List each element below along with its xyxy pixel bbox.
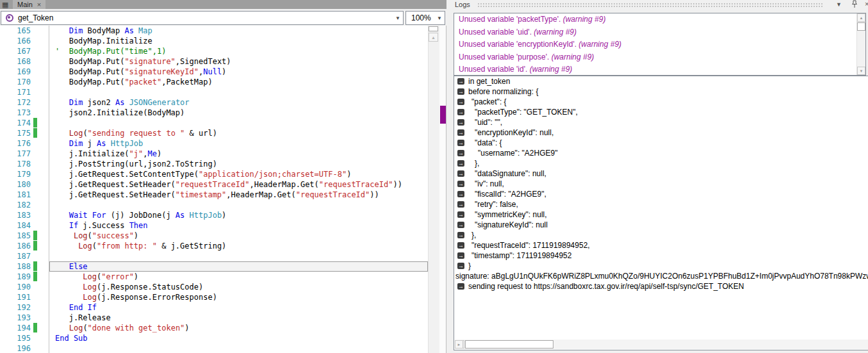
line-number[interactable]: 173: [0, 108, 32, 118]
line-number[interactable]: 174: [0, 118, 32, 128]
warning-item[interactable]: Unused variable 'packetType'. (warning #…: [454, 13, 865, 26]
line-number[interactable]: 172: [0, 97, 32, 108]
line-number[interactable]: 168: [0, 56, 32, 67]
line-number[interactable]: 184: [0, 220, 32, 231]
warning-item[interactable]: Unused variable 'uid'. (warning #9): [454, 26, 865, 39]
line-number[interactable]: 188: [0, 261, 32, 272]
modules-icon[interactable]: ▦: [2, 1, 11, 8]
line-number[interactable]: 185: [0, 231, 32, 241]
code-text[interactable]: [49, 118, 428, 128]
code-line[interactable]: 167' BodyMap.Put("time",1): [0, 46, 428, 56]
log-line[interactable]: →"iv": null,: [454, 179, 868, 189]
code-line[interactable]: 172 Dim json2 As JSONGenerator: [0, 97, 428, 108]
warning-item[interactable]: Unused variable 'encryptionKeyId'. (warn…: [454, 38, 865, 51]
code-line[interactable]: 193 j.Release: [0, 313, 428, 323]
code-text[interactable]: j.GetRequest.SetHeader("timestamp",Heade…: [49, 190, 428, 200]
line-number[interactable]: 195: [0, 333, 32, 343]
warnings-scrollbar-thumb[interactable]: [857, 22, 865, 31]
code-text[interactable]: Log("sending request to " & url): [49, 128, 428, 138]
line-number[interactable]: 175: [0, 128, 32, 138]
code-text[interactable]: Else: [49, 261, 428, 272]
tab-main[interactable]: Main ×: [13, 0, 45, 9]
line-number[interactable]: 189: [0, 272, 32, 282]
editor-split-gripper[interactable]: [429, 26, 438, 31]
log-line[interactable]: →"symmetricKey": null,: [454, 209, 868, 220]
code-text[interactable]: If j.Success Then: [49, 220, 428, 231]
code-line[interactable]: 196: [0, 343, 428, 353]
line-number[interactable]: 179: [0, 169, 32, 179]
line-number[interactable]: 190: [0, 282, 32, 292]
code-text[interactable]: Log("error"): [49, 272, 428, 282]
line-number[interactable]: 194: [0, 323, 32, 333]
scroll-up-icon[interactable]: ▲: [857, 13, 865, 22]
code-line[interactable]: 180 j.GetRequest.SetHeader("requestTrace…: [0, 179, 428, 190]
log-line[interactable]: →"retry": false,: [454, 199, 868, 209]
line-number[interactable]: 180: [0, 179, 32, 190]
code-editor[interactable]: 165 Dim BodyMap As Map166 BodyMap.Initia…: [0, 26, 428, 353]
code-text[interactable]: ' BodyMap.Put("time",1): [49, 46, 428, 56]
code-text[interactable]: End If: [49, 302, 428, 313]
code-line[interactable]: 189 Log("error"): [0, 272, 428, 282]
code-text[interactable]: Log("success"): [49, 231, 428, 241]
code-line[interactable]: 174: [0, 118, 428, 128]
code-line[interactable]: 186 Log("from http: " & j.GetString): [0, 241, 428, 251]
scroll-up-icon[interactable]: ▲: [429, 33, 438, 42]
scroll-right-icon[interactable]: ►: [455, 340, 463, 349]
chevron-down-icon[interactable]: ▼: [395, 15, 400, 21]
log-line[interactable]: →"uid": "",: [454, 117, 868, 127]
logs-panel-header[interactable]: Logs ▼ ×: [446, 0, 868, 11]
code-text[interactable]: j.Release: [49, 313, 428, 323]
sub-selector-combobox[interactable]: get_Token ▼: [1, 11, 404, 25]
line-number[interactable]: 187: [0, 251, 32, 261]
panel-drag-texture[interactable]: [477, 3, 823, 8]
code-text[interactable]: BodyMap.Put("packet",PacketMap): [49, 77, 428, 87]
log-line[interactable]: →"signatureKeyId": null: [454, 220, 868, 230]
chevron-down-icon[interactable]: ▼: [437, 15, 442, 21]
line-number[interactable]: 193: [0, 313, 32, 323]
log-line[interactable]: →"packet": {: [454, 97, 868, 107]
line-number[interactable]: 170: [0, 77, 32, 87]
code-line[interactable]: 182: [0, 200, 428, 210]
line-number[interactable]: 181: [0, 190, 32, 200]
tab-close-icon[interactable]: ×: [37, 1, 41, 8]
code-text[interactable]: Log("done with get_token"): [49, 323, 428, 333]
line-number[interactable]: 196: [0, 343, 32, 353]
code-text[interactable]: Dim BodyMap As Map: [49, 26, 428, 36]
line-number[interactable]: 192: [0, 302, 32, 313]
close-icon[interactable]: ×: [865, 0, 868, 8]
code-text[interactable]: json2.Initialize(BodyMap): [49, 108, 428, 118]
log-line[interactable]: →before normalizing: {: [454, 86, 868, 97]
line-number[interactable]: 177: [0, 149, 32, 159]
code-text[interactable]: [49, 343, 428, 353]
code-line[interactable]: 191 Log(j.Response.ErrorResponse): [0, 292, 428, 302]
line-number[interactable]: 186: [0, 241, 32, 251]
code-line[interactable]: 185 Log("success"): [0, 231, 428, 241]
code-line[interactable]: 170 BodyMap.Put("packet",PacketMap): [0, 77, 428, 87]
logs-scrollbar-thumb[interactable]: [465, 340, 553, 349]
line-number[interactable]: 191: [0, 292, 32, 302]
code-text[interactable]: Log(j.Response.ErrorResponse): [49, 292, 428, 302]
log-line[interactable]: →},: [454, 230, 868, 240]
code-line[interactable]: 187: [0, 251, 428, 261]
line-number[interactable]: 182: [0, 200, 32, 210]
code-text[interactable]: [49, 251, 428, 261]
code-text[interactable]: BodyMap.Initialize: [49, 36, 428, 46]
code-line[interactable]: 195End Sub: [0, 333, 428, 343]
log-line[interactable]: →"dataSignature": null,: [454, 168, 868, 179]
code-line[interactable]: 176 Dim j As HttpJob: [0, 138, 428, 149]
log-output-box[interactable]: →in get_token→before normalizing: {→"pac…: [454, 76, 868, 350]
pin-icon[interactable]: [851, 0, 858, 10]
code-text[interactable]: End Sub: [49, 333, 428, 343]
code-line[interactable]: 165 Dim BodyMap As Map: [0, 26, 428, 36]
code-line[interactable]: 179 j.GetRequest.SetContentType("applica…: [0, 169, 428, 179]
code-text[interactable]: Log(j.Response.StatusCode): [49, 282, 428, 292]
code-line[interactable]: 166 BodyMap.Initialize: [0, 36, 428, 46]
code-line[interactable]: 192 End If: [0, 302, 428, 313]
code-line[interactable]: 194 Log("done with get_token"): [0, 323, 428, 333]
code-text[interactable]: [49, 200, 428, 210]
code-line[interactable]: 175 Log("sending request to " & url): [0, 128, 428, 138]
code-text[interactable]: [49, 87, 428, 97]
code-line[interactable]: 190 Log(j.Response.StatusCode): [0, 282, 428, 292]
warning-item[interactable]: Unused variable 'id'. (warning #9): [454, 63, 865, 76]
log-line[interactable]: →"encryptionKeyId": null,: [454, 127, 868, 138]
